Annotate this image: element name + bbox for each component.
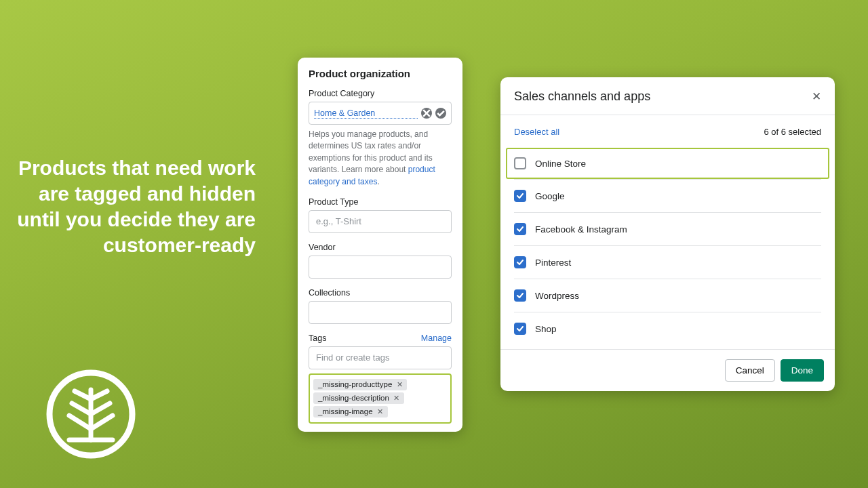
channel-row[interactable]: Shop	[514, 312, 821, 345]
cancel-button[interactable]: Cancel	[725, 359, 775, 382]
tag-pill: _missing-description ✕	[313, 392, 404, 404]
channel-row[interactable]: Pinterest	[514, 245, 821, 279]
product-organization-card: Product organization Product Category Ho…	[298, 58, 462, 432]
card-title: Product organization	[309, 68, 452, 79]
tags-input[interactable]	[309, 346, 452, 369]
selection-count: 6 of 6 selected	[764, 127, 821, 137]
category-field[interactable]: Home & Garden	[309, 102, 452, 125]
checkbox[interactable]	[514, 256, 526, 268]
channel-name: Facebook & Instagram	[535, 224, 627, 235]
modal-title: Sales channels and apps	[514, 89, 650, 104]
tags-label: Tags	[309, 333, 326, 343]
vendor-label: Vendor	[309, 243, 452, 252]
channel-row[interactable]: Google	[514, 179, 821, 212]
vendor-input[interactable]	[309, 256, 452, 279]
collections-input[interactable]	[309, 301, 452, 324]
svg-line-6	[69, 415, 91, 429]
channel-name: Shop	[535, 324, 557, 334]
sales-channels-modal: Sales channels and apps ✕ Deselect all 6…	[500, 77, 835, 391]
checkbox[interactable]	[514, 289, 526, 302]
svg-line-4	[72, 403, 91, 414]
channel-row[interactable]: Online Store	[506, 148, 829, 179]
checkbox[interactable]	[514, 223, 526, 235]
type-label: Product Type	[309, 197, 452, 207]
category-label: Product Category	[309, 89, 452, 98]
remove-tag-icon[interactable]: ✕	[395, 380, 403, 389]
close-icon[interactable]: ✕	[812, 89, 821, 104]
checkbox[interactable]	[514, 323, 526, 335]
channel-name: Pinterest	[535, 258, 571, 268]
product-type-input[interactable]	[309, 210, 452, 233]
tag-pill: _missing-producttype ✕	[313, 379, 407, 390]
svg-line-7	[91, 415, 113, 429]
tags-highlight-box: _missing-producttype ✕ _missing-descript…	[309, 373, 452, 424]
remove-tag-icon[interactable]: ✕	[376, 407, 384, 416]
collections-label: Collections	[309, 288, 452, 298]
channel-row[interactable]: Wordpress	[514, 279, 821, 312]
deselect-all-link[interactable]: Deselect all	[514, 127, 559, 137]
channel-name: Online Store	[535, 159, 586, 169]
clear-category-icon[interactable]	[421, 108, 432, 119]
brand-logo	[46, 369, 136, 459]
channel-name: Wordpress	[535, 291, 579, 301]
remove-tag-icon[interactable]: ✕	[393, 394, 401, 403]
checkbox[interactable]	[514, 157, 526, 169]
manage-tags-link[interactable]: Manage	[421, 333, 452, 343]
tag-pill: _missing-image ✕	[313, 406, 388, 418]
svg-line-5	[91, 403, 110, 414]
confirm-category-icon[interactable]	[435, 108, 446, 119]
channel-name: Google	[535, 191, 565, 201]
svg-line-2	[75, 391, 91, 399]
hero-text: Products that need work are tagged and h…	[0, 155, 268, 258]
done-button[interactable]: Done	[781, 359, 824, 382]
checkbox[interactable]	[514, 190, 526, 202]
channel-row[interactable]: Facebook & Instagram	[514, 212, 821, 245]
category-help-text: Helps you manage products, and determine…	[309, 129, 452, 188]
svg-line-3	[91, 391, 107, 399]
category-value: Home & Garden	[314, 108, 418, 119]
